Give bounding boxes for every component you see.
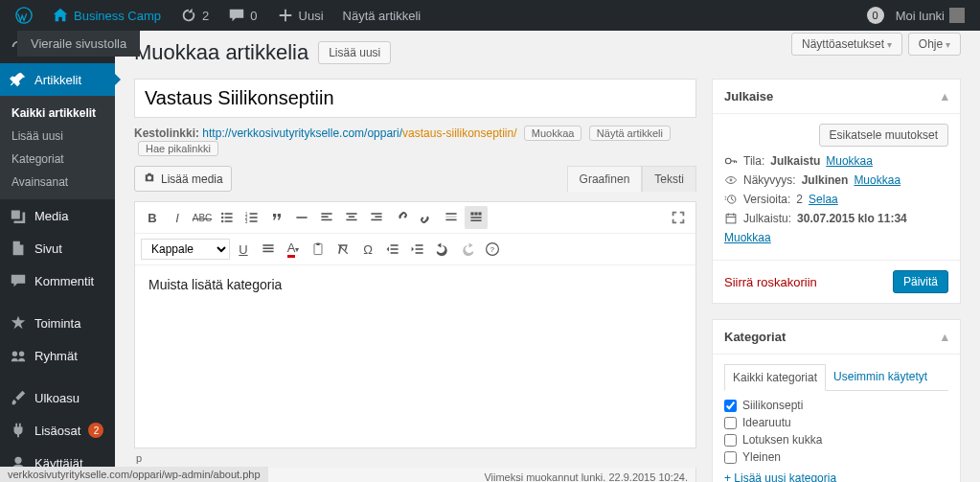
publish-box: Julkaise▴ Esikatsele muutokset Tila: Jul… bbox=[712, 79, 961, 304]
align-right-icon[interactable] bbox=[365, 206, 388, 229]
clear-format-icon[interactable] bbox=[331, 238, 354, 261]
outdent-icon[interactable] bbox=[381, 238, 404, 261]
align-center-icon[interactable] bbox=[340, 206, 363, 229]
update-button[interactable]: Päivitä bbox=[893, 270, 948, 293]
new-content-link[interactable]: Uusi bbox=[269, 0, 331, 31]
ul-icon[interactable] bbox=[216, 206, 239, 229]
permalink-edit-button[interactable]: Muokkaa bbox=[524, 126, 582, 141]
sidebar-comments-label: Kommentit bbox=[34, 274, 94, 288]
hr-icon[interactable] bbox=[290, 206, 313, 229]
cat-item-2[interactable]: Lotuksen kukka bbox=[724, 433, 948, 447]
paste-text-icon[interactable] bbox=[307, 238, 330, 261]
updates-link[interactable]: 2 bbox=[172, 0, 217, 31]
permalink-base[interactable]: http://verkkosivutyritykselle.com/oppari… bbox=[202, 126, 402, 140]
special-char-icon[interactable]: Ω bbox=[356, 238, 379, 261]
status-label: Tila: bbox=[743, 154, 764, 168]
sidebar-media-label: Media bbox=[34, 209, 68, 223]
post-title-input[interactable] bbox=[134, 79, 696, 118]
sidebar-item-groups[interactable]: Ryhmät bbox=[0, 339, 115, 372]
sidebar-item-plugins[interactable]: Lisäosat2 bbox=[0, 414, 115, 447]
help-icon[interactable]: ? bbox=[481, 238, 504, 261]
format-select[interactable]: Kappale bbox=[141, 239, 230, 260]
site-name-link[interactable]: Business Camp bbox=[44, 0, 169, 31]
screen-options-button[interactable]: Näyttöasetukset bbox=[791, 33, 902, 56]
kitchen-sink-icon[interactable] bbox=[465, 206, 488, 229]
underline-icon[interactable]: U bbox=[232, 238, 255, 261]
cat-item-3[interactable]: Yleinen bbox=[724, 450, 948, 464]
preview-button[interactable]: Esikatsele muutokset bbox=[819, 124, 948, 147]
site-flyout-visit[interactable]: Vieraile sivustolla bbox=[17, 31, 140, 57]
cat-checkbox[interactable] bbox=[724, 400, 737, 412]
wp-logo-icon[interactable] bbox=[8, 0, 40, 31]
account-link[interactable]: Moi lunki bbox=[888, 0, 972, 31]
editor-tab-text[interactable]: Teksti bbox=[642, 166, 696, 192]
permalink-label: Kestolinkki: bbox=[134, 126, 199, 140]
toggle-icon[interactable]: ▴ bbox=[942, 89, 948, 103]
align-left-icon[interactable] bbox=[315, 206, 338, 229]
toggle-icon[interactable]: ▴ bbox=[942, 330, 948, 344]
add-new-button[interactable]: Lisää uusi bbox=[318, 41, 391, 64]
visibility-edit-link[interactable]: Muokkaa bbox=[854, 173, 900, 187]
editor-tab-visual[interactable]: Graafinen bbox=[567, 166, 643, 192]
sidebar-item-media[interactable]: Media bbox=[0, 199, 115, 232]
sidebar-item-posts[interactable]: Artikkelit bbox=[0, 63, 115, 96]
toolbar-row-1: B I ABC 123 bbox=[135, 202, 695, 234]
bold-icon[interactable]: B bbox=[141, 206, 164, 229]
svg-rect-26 bbox=[321, 216, 328, 218]
published-edit-link[interactable]: Muokkaa bbox=[724, 231, 771, 244]
cat-item-1[interactable]: Idearuutu bbox=[724, 416, 948, 429]
unlink-icon[interactable] bbox=[415, 206, 438, 229]
cat-checkbox[interactable] bbox=[724, 434, 737, 447]
fullscreen-icon[interactable] bbox=[667, 206, 690, 229]
submenu-all-posts[interactable]: Kaikki artikkelit bbox=[0, 102, 115, 125]
quote-icon[interactable] bbox=[265, 206, 288, 229]
admin-bar: Business Camp 2 0 Uusi Näytä artikkeli 0… bbox=[0, 0, 980, 31]
status-edit-link[interactable]: Muokkaa bbox=[826, 154, 873, 168]
cat-tab-all[interactable]: Kaikki kategoriat bbox=[724, 364, 826, 391]
cat-label: Lotuksen kukka bbox=[742, 433, 822, 447]
textcolor-icon[interactable]: A▾ bbox=[282, 238, 305, 261]
ol-icon[interactable]: 123 bbox=[240, 206, 263, 229]
comments-link[interactable]: 0 bbox=[220, 0, 264, 31]
add-category-link[interactable]: + Lisää uusi kategoria bbox=[724, 471, 948, 482]
cat-label: Idearuutu bbox=[742, 416, 791, 429]
strike-icon[interactable]: ABC bbox=[191, 206, 214, 229]
submenu-tags[interactable]: Avainsanat bbox=[0, 171, 115, 194]
add-media-button[interactable]: Lisää media bbox=[134, 166, 232, 192]
sidebar-appearance-label: Ulkoasu bbox=[34, 391, 80, 405]
sidebar-item-activity[interactable]: Toiminta bbox=[0, 307, 115, 339]
sidebar-item-pages[interactable]: Sivut bbox=[0, 232, 115, 264]
sidebar-item-comments[interactable]: Kommentit bbox=[0, 264, 115, 297]
editor: B I ABC 123 bbox=[134, 201, 696, 448]
submenu-categories[interactable]: Kategoriat bbox=[0, 148, 115, 171]
cat-tab-used[interactable]: Useimmin käytetyt bbox=[826, 364, 935, 390]
italic-icon[interactable]: I bbox=[166, 206, 189, 229]
redo-icon[interactable] bbox=[456, 238, 479, 261]
trash-link[interactable]: Siirrä roskakoriin bbox=[724, 275, 817, 289]
submenu-add-new[interactable]: Lisää uusi bbox=[0, 125, 115, 148]
cat-checkbox[interactable] bbox=[724, 417, 737, 429]
view-post-link[interactable]: Näytä artikkeli bbox=[335, 0, 429, 31]
svg-point-16 bbox=[221, 220, 223, 222]
more-icon[interactable] bbox=[440, 206, 463, 229]
svg-rect-13 bbox=[225, 213, 233, 215]
sidebar-item-appearance[interactable]: Ulkoasu bbox=[0, 381, 115, 414]
svg-rect-48 bbox=[391, 248, 399, 250]
indent-icon[interactable] bbox=[406, 238, 429, 261]
editor-body[interactable]: Muista lisätä kategoria bbox=[135, 265, 695, 448]
media-icon bbox=[10, 207, 27, 224]
visibility-label: Näkyvyys: bbox=[743, 173, 796, 187]
help-button[interactable]: Ohje bbox=[908, 33, 961, 56]
link-icon[interactable] bbox=[390, 206, 413, 229]
revisions-browse-link[interactable]: Selaa bbox=[809, 193, 838, 206]
svg-rect-28 bbox=[346, 213, 356, 215]
permalink-short-button[interactable]: Hae pikalinkki bbox=[138, 141, 218, 156]
cat-item-0[interactable]: Siilikonsepti bbox=[724, 399, 948, 412]
permalink-view-button[interactable]: Näytä artikkeli bbox=[589, 126, 671, 141]
cat-checkbox[interactable] bbox=[724, 451, 737, 464]
svg-rect-43 bbox=[262, 247, 273, 249]
undo-icon[interactable] bbox=[431, 238, 454, 261]
svg-rect-58 bbox=[726, 215, 736, 223]
justify-icon[interactable] bbox=[257, 238, 280, 261]
notifications-count[interactable]: 0 bbox=[867, 7, 884, 24]
